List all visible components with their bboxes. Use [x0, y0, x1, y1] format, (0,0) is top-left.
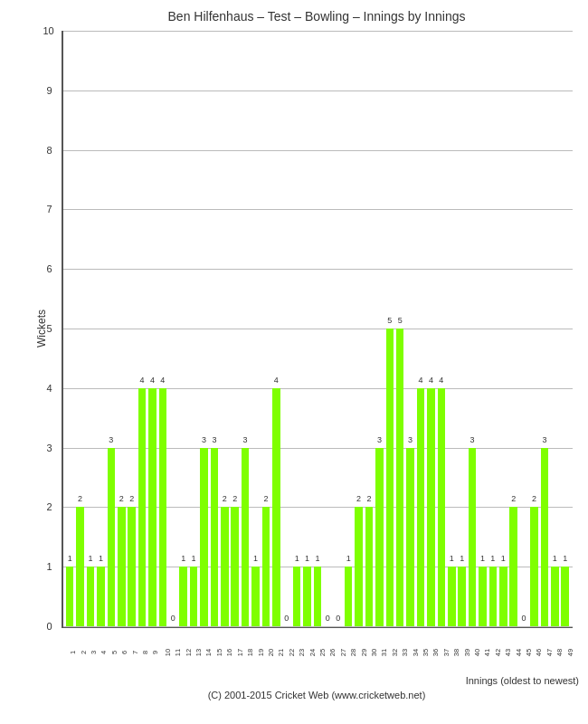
bar-value-label: 1 [448, 554, 456, 563]
bar-group: 14 [96, 31, 106, 626]
bars-container: 1122131435262748494100111121133143152162… [63, 31, 573, 626]
bar: 4 [159, 388, 167, 626]
x-tick-label: 49 [566, 649, 574, 656]
x-tick-label: 6 [120, 651, 128, 654]
x-tick-label: 37 [442, 649, 450, 656]
bar: 1 [190, 567, 198, 626]
bar-group: 045 [518, 31, 528, 626]
x-axis-title: Innings (oldest to newest) [54, 675, 579, 686]
bar-group: 027 [333, 31, 343, 626]
x-tick-label: 24 [308, 649, 317, 656]
bar: 1 [87, 567, 95, 626]
bar: 1 [561, 567, 569, 626]
bar-value-label: 1 [251, 554, 260, 563]
bar-group: 318 [240, 31, 250, 626]
x-tick-label: 39 [463, 649, 471, 656]
bar-group: 13 [85, 31, 95, 626]
bar: 3 [242, 448, 250, 626]
bar: 1 [551, 567, 559, 626]
bar-group: 139 [457, 31, 467, 626]
x-tick-label: 9 [152, 651, 160, 654]
bar-value-label: 3 [200, 435, 208, 444]
x-tick-label: 15 [215, 649, 223, 656]
bar: 3 [469, 448, 477, 626]
bar: 1 [293, 567, 301, 626]
x-tick-label: 14 [205, 649, 213, 656]
bar-group: 148 [550, 31, 560, 626]
x-tick-label: 1 [69, 651, 77, 654]
x-tick-label: 10 [164, 649, 172, 656]
y-tick-6: 6 [47, 263, 52, 274]
bar-value-label: 3 [406, 435, 414, 444]
bar-value-label: 1 [97, 554, 105, 563]
bar: 4 [417, 388, 425, 626]
x-tick-label: 23 [298, 649, 306, 656]
bar-value-label: 1 [179, 554, 187, 563]
bar-value-label: 1 [66, 554, 74, 563]
bar-value-label: 2 [509, 494, 517, 503]
bar-group: 35 [106, 31, 116, 626]
bar-value-label: 4 [417, 376, 425, 385]
x-tick-label: 31 [381, 649, 389, 656]
bar-value-label: 1 [303, 554, 311, 563]
y-tick-9: 9 [47, 85, 52, 96]
bar: 1 [66, 567, 74, 626]
bar: 1 [303, 567, 311, 626]
bar: 4 [138, 388, 147, 626]
x-tick-label: 29 [360, 649, 368, 656]
bar-group: 436 [426, 31, 436, 626]
x-tick-label: 35 [422, 649, 430, 656]
bar-value-label: 2 [221, 494, 229, 503]
bar: 1 [448, 567, 456, 626]
bar-group: 246 [529, 31, 539, 626]
bar: 1 [458, 567, 466, 626]
bar-group: 27 [127, 31, 137, 626]
bar-value-label: 0 [334, 614, 342, 623]
x-tick-label: 21 [278, 649, 286, 656]
bar-value-label: 2 [262, 494, 270, 503]
bar-value-label: 1 [489, 554, 498, 563]
x-tick-label: 22 [288, 649, 296, 656]
bar-group: 026 [323, 31, 333, 626]
bar: 1 [179, 567, 187, 626]
gridline-0 [63, 626, 573, 627]
bar-group: 26 [117, 31, 127, 626]
bar-group: 112 [178, 31, 188, 626]
x-tick-label: 34 [412, 649, 420, 656]
x-tick-label: 41 [484, 649, 492, 656]
bar-value-label: 1 [479, 554, 487, 563]
bar-value-label: 4 [438, 376, 446, 385]
x-tick-label: 20 [267, 649, 275, 656]
x-tick-label: 32 [391, 649, 399, 656]
bar-value-label: 1 [314, 554, 322, 563]
x-tick-label: 11 [174, 649, 182, 656]
bar-group: 49 [147, 31, 157, 626]
bar-group: 123 [291, 31, 301, 626]
bar-group: 315 [209, 31, 219, 626]
bar-group: 334 [405, 31, 415, 626]
bar-group: 421 [271, 31, 281, 626]
bar: 4 [272, 388, 280, 626]
x-tick-label: 19 [257, 649, 265, 656]
x-tick-label: 5 [110, 651, 119, 654]
x-tick-label: 44 [515, 649, 523, 656]
bar-group: 229 [354, 31, 364, 626]
bar: 1 [97, 567, 105, 626]
bar-group: 435 [415, 31, 425, 626]
bar-value-label: 3 [541, 435, 549, 444]
y-tick-8: 8 [47, 145, 52, 156]
bar-group: 230 [364, 31, 374, 626]
bar-value-label: 4 [148, 376, 156, 385]
bar-value-label: 0 [324, 614, 332, 623]
x-tick-label: 45 [525, 649, 533, 656]
x-tick-label: 2 [80, 651, 88, 654]
bar-value-label: 4 [427, 376, 435, 385]
y-tick-7: 7 [47, 204, 52, 214]
x-tick-label: 43 [504, 649, 512, 656]
bar-value-label: 3 [211, 435, 219, 444]
bar: 2 [262, 507, 270, 626]
x-tick-label: 48 [555, 649, 564, 656]
bar: 1 [345, 567, 353, 626]
bar-group: 410 [157, 31, 167, 626]
bar: 3 [200, 448, 208, 626]
